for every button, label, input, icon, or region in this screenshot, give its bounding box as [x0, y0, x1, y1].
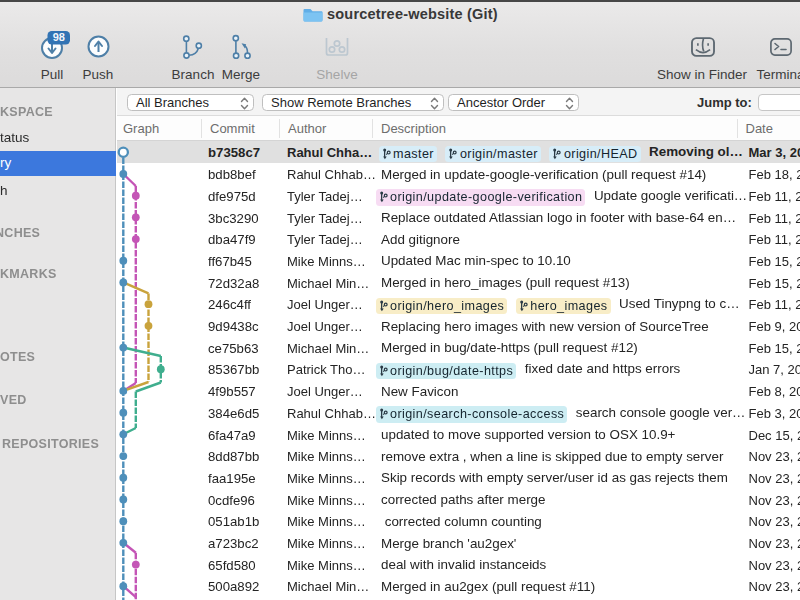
svg-text:98: 98 [53, 31, 65, 43]
